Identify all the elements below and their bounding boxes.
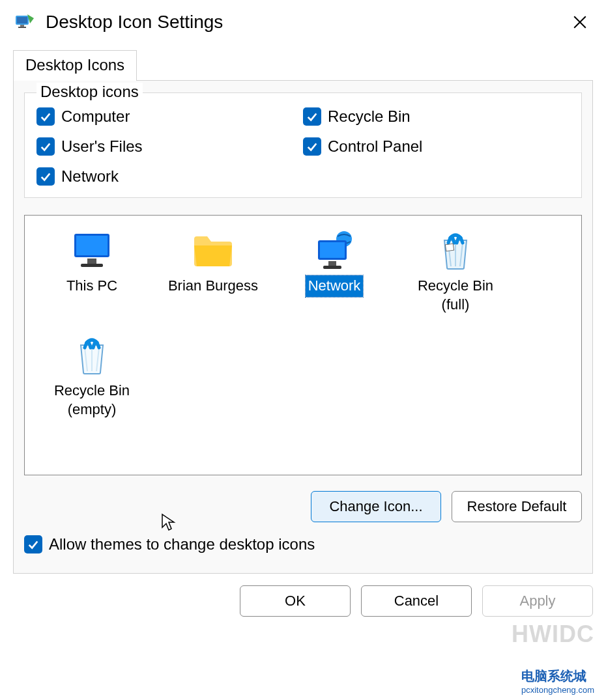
watermark-brand-text: 电脑系统城: [521, 669, 586, 683]
checkbox-label[interactable]: Network: [61, 167, 119, 186]
icon-item-bin-empty[interactable]: Recycle Bin (empty): [34, 331, 150, 427]
icon-item-label: This PC: [64, 275, 120, 297]
folder-icon: [190, 230, 236, 272]
icon-item-label: Brian Burgess: [166, 275, 261, 297]
desktop-icons-group: Desktop icons ComputerRecycle BinUser's …: [24, 92, 582, 198]
icon-item-label: Network: [306, 275, 364, 297]
checkbox-label[interactable]: Recycle Bin: [328, 107, 411, 126]
icon-item-label: Recycle Bin (empty): [51, 380, 132, 420]
checkbox-network[interactable]: [36, 167, 55, 186]
icon-item-bin-full[interactable]: Recycle Bin (full): [397, 226, 513, 322]
watermark-url: pcxitongcheng.com: [521, 685, 594, 695]
checkbox-row-user-s-files: User's Files: [36, 137, 303, 156]
checkbox-label[interactable]: User's Files: [61, 137, 143, 156]
bin-full-icon: [433, 230, 478, 272]
icon-action-row: Change Icon... Restore Default: [24, 491, 582, 522]
close-button[interactable]: [566, 8, 594, 36]
tab-strip: Desktop Icons: [13, 49, 606, 80]
allow-themes-checkbox[interactable]: [24, 535, 42, 553]
icon-item-folder[interactable]: Brian Burgess: [155, 226, 271, 322]
change-icon-button[interactable]: Change Icon...: [311, 491, 441, 522]
pc-icon: [69, 230, 115, 272]
tab-panel: Desktop icons ComputerRecycle BinUser's …: [13, 80, 593, 574]
restore-default-button[interactable]: Restore Default: [452, 491, 582, 522]
checkbox-control-panel[interactable]: [303, 137, 321, 156]
network-icon: [311, 230, 357, 272]
icon-preview-list[interactable]: This PCBrian BurgessNetworkRecycle Bin (…: [24, 215, 582, 475]
allow-themes-row: Allow themes to change desktop icons: [24, 535, 582, 553]
icon-item-network[interactable]: Network: [276, 226, 392, 322]
svg-rect-3: [18, 27, 26, 28]
ok-button[interactable]: OK: [240, 585, 351, 617]
window-title: Desktop Icon Settings: [46, 12, 566, 33]
titlebar: Desktop Icon Settings: [0, 0, 606, 42]
allow-themes-label[interactable]: Allow themes to change desktop icons: [49, 535, 315, 553]
icon-item-label: Recycle Bin (full): [415, 275, 496, 315]
checkbox-user-s-files[interactable]: [36, 137, 55, 156]
checkbox-row-computer: Computer: [36, 107, 303, 126]
checkbox-row-control-panel: Control Panel: [303, 137, 570, 156]
tab-desktop-icons[interactable]: Desktop Icons: [13, 50, 137, 81]
checkbox-recycle-bin[interactable]: [303, 107, 321, 126]
icon-item-pc[interactable]: This PC: [34, 226, 150, 322]
checkbox-row-recycle-bin: Recycle Bin: [303, 107, 570, 126]
checkbox-label[interactable]: Control Panel: [328, 137, 422, 156]
bin-empty-icon: [69, 335, 115, 376]
svg-rect-1: [17, 17, 27, 23]
apply-button[interactable]: Apply: [482, 585, 593, 617]
cursor-icon: [161, 513, 177, 531]
watermark-brand: 电脑系统城 pcxitongcheng.com: [521, 667, 594, 695]
checkbox-computer[interactable]: [36, 107, 55, 126]
svg-rect-2: [20, 25, 24, 27]
app-icon: [14, 12, 35, 33]
group-legend: Desktop icons: [36, 83, 143, 101]
cancel-button[interactable]: Cancel: [361, 585, 472, 617]
checkbox-row-network: Network: [36, 167, 303, 186]
checkbox-label[interactable]: Computer: [61, 107, 130, 126]
dialog-footer: OK Cancel Apply: [0, 574, 606, 628]
